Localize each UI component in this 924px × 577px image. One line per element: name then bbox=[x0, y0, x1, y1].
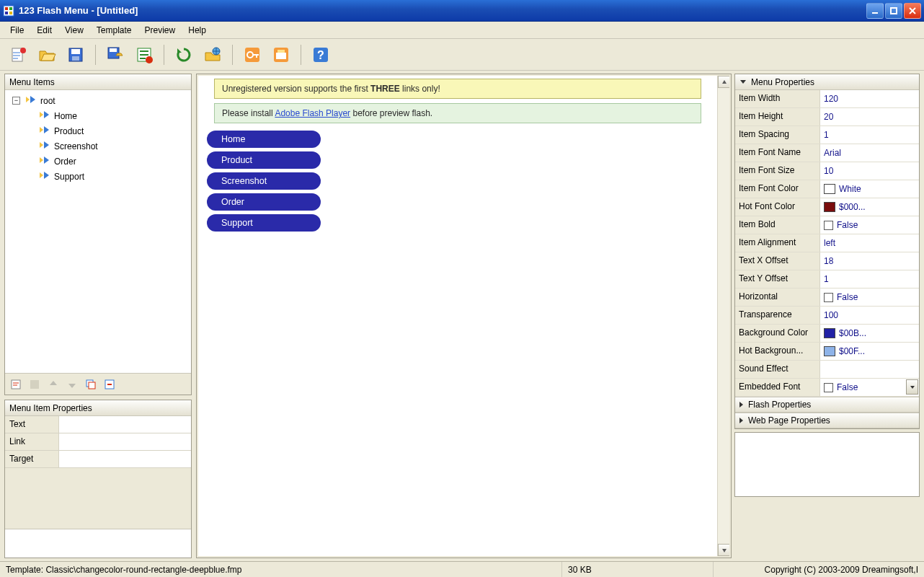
menu-prop-value[interactable]: left bbox=[820, 234, 919, 252]
svg-rect-20 bbox=[276, 53, 286, 59]
tree-add-item[interactable] bbox=[8, 376, 24, 392]
toolbar-help[interactable]: ? bbox=[308, 43, 333, 67]
maximize-button[interactable] bbox=[885, 3, 902, 19]
menu-help[interactable]: Help bbox=[182, 23, 212, 38]
svg-rect-11 bbox=[72, 56, 79, 61]
svg-text:?: ? bbox=[317, 49, 324, 61]
checkbox-icon[interactable] bbox=[824, 293, 833, 302]
flash-player-link[interactable]: Adobe Flash Player bbox=[275, 108, 350, 118]
tree-item[interactable]: Order bbox=[9, 154, 187, 169]
tree-item[interactable]: Support bbox=[9, 169, 187, 184]
menu-prop-label: Transparence bbox=[735, 307, 820, 324]
item-prop-value-text[interactable] bbox=[59, 416, 191, 433]
svg-rect-2 bbox=[9, 7, 12, 10]
menu-prop-value-text: 10 bbox=[824, 166, 833, 176]
menu-properties-panel: Menu Properties Item Width120Item Height… bbox=[734, 74, 920, 429]
menu-prop-value[interactable]: $00F... bbox=[820, 343, 919, 360]
toolbar-new[interactable] bbox=[6, 43, 30, 67]
item-node-icon bbox=[38, 109, 50, 123]
menu-prop-row: Embedded FontFalse bbox=[735, 379, 919, 397]
preview-menu-item[interactable]: Product bbox=[207, 151, 321, 169]
status-size: 30 KB bbox=[562, 562, 714, 577]
section-flash-properties[interactable]: Flash Properties bbox=[735, 397, 919, 413]
menu-prop-value[interactable]: 18 bbox=[820, 252, 919, 270]
close-button[interactable] bbox=[904, 3, 921, 19]
menu-prop-row: Item Spacing1 bbox=[735, 126, 919, 144]
menu-prop-value[interactable]: $00B... bbox=[820, 325, 919, 342]
scrollbar-up-icon[interactable] bbox=[718, 76, 729, 88]
tree-root-label: root bbox=[39, 95, 57, 107]
menu-prop-value[interactable]: False bbox=[820, 379, 919, 396]
menu-prop-value[interactable]: Arial bbox=[820, 144, 919, 162]
menu-edit[interactable]: Edit bbox=[31, 23, 58, 38]
notice-text: Please install bbox=[222, 108, 275, 118]
menu-preview[interactable]: Preview bbox=[139, 23, 182, 38]
menu-prop-value[interactable] bbox=[820, 361, 919, 378]
tree-delete-item[interactable] bbox=[102, 376, 117, 392]
notice-text: before preview flash. bbox=[350, 108, 432, 118]
preview-menu-item[interactable]: Screenshot bbox=[207, 172, 321, 190]
tree-item-label: Screenshot bbox=[53, 141, 99, 152]
tree-item[interactable]: Product bbox=[9, 123, 187, 138]
preview-menu-item[interactable]: Home bbox=[207, 131, 321, 148]
menu-prop-value[interactable]: 120 bbox=[820, 90, 919, 107]
item-prop-value-target[interactable] bbox=[59, 451, 191, 467]
menu-view[interactable]: View bbox=[59, 23, 89, 38]
menu-prop-value[interactable]: 1 bbox=[820, 270, 919, 288]
section-webpage-properties[interactable]: Web Page Properties bbox=[735, 413, 919, 428]
tree-item[interactable]: Home bbox=[9, 108, 187, 123]
status-template-value: Classic\changecolor-round-rectangle-deep… bbox=[45, 565, 241, 575]
status-size-value: 30 KB bbox=[568, 565, 592, 575]
toolbar-open[interactable] bbox=[35, 43, 59, 67]
menu-prop-value-text: $00B... bbox=[839, 328, 866, 338]
menu-prop-value[interactable]: 1 bbox=[820, 126, 919, 144]
toolbar-register[interactable] bbox=[269, 43, 293, 67]
minimize-button[interactable] bbox=[866, 3, 884, 19]
checkbox-icon[interactable] bbox=[824, 221, 833, 230]
menu-prop-value[interactable]: $000... bbox=[820, 198, 919, 216]
toolbar-refresh[interactable] bbox=[172, 43, 196, 67]
toolbar-save-as[interactable] bbox=[103, 43, 128, 67]
svg-rect-13 bbox=[110, 48, 117, 52]
menu-prop-value[interactable]: 100 bbox=[820, 307, 919, 324]
menu-prop-value[interactable]: 10 bbox=[820, 162, 919, 180]
menu-file[interactable]: File bbox=[4, 23, 30, 38]
tree-add-child bbox=[27, 376, 43, 392]
menu-prop-value[interactable]: 20 bbox=[820, 108, 919, 125]
preview-menu-item[interactable]: Order bbox=[207, 193, 321, 211]
tree-item[interactable]: Screenshot bbox=[9, 138, 187, 154]
menu-prop-value-text: Arial bbox=[824, 148, 841, 158]
toolbar: ? bbox=[0, 39, 924, 71]
toolbar-key[interactable] bbox=[240, 43, 265, 67]
item-prop-value-link[interactable] bbox=[59, 433, 191, 450]
status-copyright: Copyright (C) 2003-2009 Dreamingsoft,I bbox=[714, 562, 924, 577]
tree-expander-icon[interactable]: − bbox=[12, 97, 20, 105]
toolbar-save[interactable] bbox=[63, 43, 88, 67]
toolbar-export[interactable] bbox=[132, 43, 156, 67]
menu-prop-value[interactable]: False bbox=[820, 216, 919, 234]
menu-prop-value[interactable]: White bbox=[820, 180, 919, 198]
unregistered-notice: Unregistered version supports the first … bbox=[214, 79, 701, 99]
menu-properties-header[interactable]: Menu Properties bbox=[735, 74, 919, 90]
checkbox-icon[interactable] bbox=[824, 383, 833, 392]
menu-template[interactable]: Template bbox=[91, 23, 138, 38]
menu-prop-row: Hot Font Color$000... bbox=[735, 198, 919, 216]
svg-rect-26 bbox=[89, 382, 95, 389]
menu-items-tree[interactable]: − root Home Product Screenshot bbox=[5, 90, 191, 373]
dropdown-button[interactable] bbox=[906, 379, 918, 395]
toolbar-preview-browser[interactable] bbox=[200, 43, 225, 67]
tree-root[interactable]: − root bbox=[9, 93, 187, 108]
menu-items-panel: Menu Items − root Home Product bbox=[4, 74, 192, 395]
menu-prop-row: Item Font Size10 bbox=[735, 162, 919, 180]
preview-menu: Home Product Screenshot Order Support bbox=[207, 131, 701, 232]
menu-prop-row: Item Alignmentleft bbox=[735, 234, 919, 252]
preview-scrollbar[interactable] bbox=[717, 76, 729, 556]
menu-prop-row: Item Width120 bbox=[735, 90, 919, 108]
menu-prop-value[interactable]: False bbox=[820, 288, 919, 306]
preview-menu-item[interactable]: Support bbox=[207, 214, 321, 232]
tree-copy-item[interactable] bbox=[83, 376, 99, 392]
menu-prop-row: Text X Offset18 bbox=[735, 252, 919, 270]
menu-properties-title: Menu Properties bbox=[751, 77, 814, 87]
flash-install-notice: Please install Adobe Flash Player before… bbox=[214, 103, 701, 123]
scrollbar-down-icon[interactable] bbox=[718, 544, 729, 556]
